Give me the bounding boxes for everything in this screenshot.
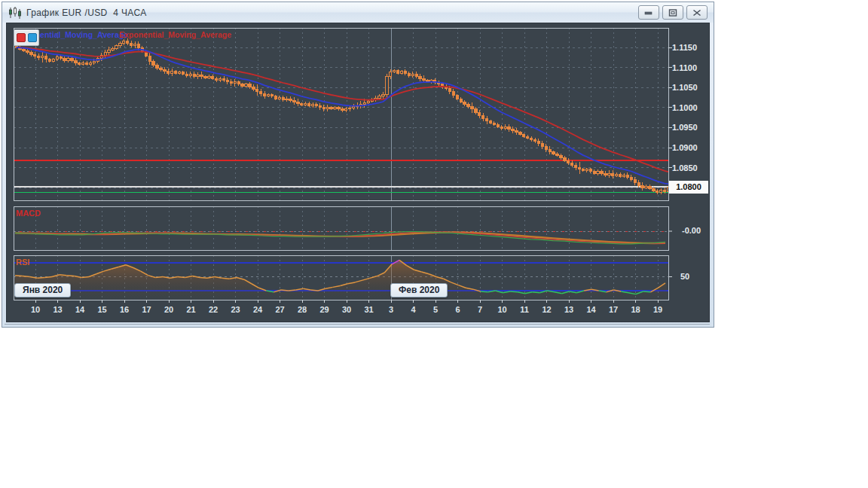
time-label: 3	[380, 305, 402, 314]
time-label: 27	[269, 305, 292, 314]
macd-axis-label: -0.00	[682, 226, 701, 235]
window-title: График EUR /USD 4 ЧАСА	[26, 8, 147, 18]
chart-area[interactable]: Exponential_Moving_Average Exponential_M…	[6, 23, 710, 322]
month-button-jan[interactable]: Янв 2020	[14, 283, 71, 297]
rsi-line	[14, 260, 668, 300]
maximize-button[interactable]	[662, 5, 683, 20]
time-label: 23	[225, 305, 247, 314]
grid-layer	[35, 206, 658, 250]
time-label: 18	[625, 305, 647, 314]
time-label: 21	[180, 305, 203, 314]
time-label: 6	[447, 305, 469, 314]
current-price-box: 1.0800	[669, 181, 708, 194]
candlestick-chart-icon	[8, 7, 22, 19]
time-label: 29	[313, 305, 336, 314]
price-label: 1.1150	[672, 42, 708, 53]
close-icon	[692, 9, 701, 17]
time-label: 22	[202, 305, 225, 314]
blue-swatch-button[interactable]	[28, 33, 37, 42]
time-label: 7	[469, 305, 491, 314]
minimize-icon	[644, 9, 653, 17]
candles-layer	[15, 38, 670, 194]
grid-layer	[35, 28, 658, 200]
time-label: 17	[136, 305, 158, 314]
macd-lines	[15, 232, 665, 244]
time-label: 28	[291, 305, 313, 314]
price-label: 1.0900	[672, 142, 708, 153]
time-label: 17	[602, 305, 625, 314]
time-label: 13	[47, 305, 69, 314]
time-label: 19	[646, 305, 669, 314]
time-label: 14	[580, 305, 603, 314]
time-label: 13	[558, 305, 580, 314]
month-button-feb[interactable]: Фев 2020	[390, 283, 448, 297]
panel-border	[14, 28, 668, 200]
price-label: 1.0850	[672, 163, 708, 173]
time-label: 30	[335, 305, 358, 314]
time-label: 14	[69, 305, 91, 314]
minimize-button[interactable]	[638, 5, 659, 20]
window-controls	[638, 5, 708, 20]
time-label: 31	[358, 305, 381, 314]
window-bottom-groove	[5, 324, 710, 325]
time-label: 15	[91, 305, 114, 314]
macd-label: MACD	[16, 209, 41, 218]
price-label: 1.1050	[672, 82, 708, 93]
chart-window: График EUR /USD 4 ЧАСА Ex	[2, 2, 714, 328]
time-label: 20	[157, 305, 180, 314]
rsi-axis-label: 50	[680, 272, 689, 281]
chart-canvas[interactable]	[6, 23, 710, 322]
time-label: 24	[246, 305, 269, 314]
price-label: 1.1000	[672, 102, 708, 113]
indicator-swatch-toolbar	[14, 29, 39, 46]
red-swatch-button[interactable]	[17, 33, 26, 42]
maximize-icon	[668, 9, 677, 17]
price-label: 1.0950	[672, 122, 708, 133]
panel-border	[14, 206, 668, 250]
titlebar[interactable]: График EUR /USD 4 ЧАСА	[2, 2, 714, 23]
time-label: 10	[491, 305, 514, 314]
time-label: 11	[513, 305, 536, 314]
price-gridlines	[14, 47, 668, 188]
time-label: 16	[113, 305, 136, 314]
legend-ema-slow: Exponential_Moving_Average	[119, 30, 231, 39]
price-label: 1.1100	[672, 63, 708, 73]
rsi-label: RSI	[16, 258, 29, 267]
time-ticks	[35, 300, 658, 303]
time-label: 5	[424, 305, 447, 314]
time-label: 4	[402, 305, 425, 314]
time-label: 12	[536, 305, 558, 314]
time-label: 10	[24, 305, 47, 314]
close-button[interactable]	[686, 5, 708, 20]
